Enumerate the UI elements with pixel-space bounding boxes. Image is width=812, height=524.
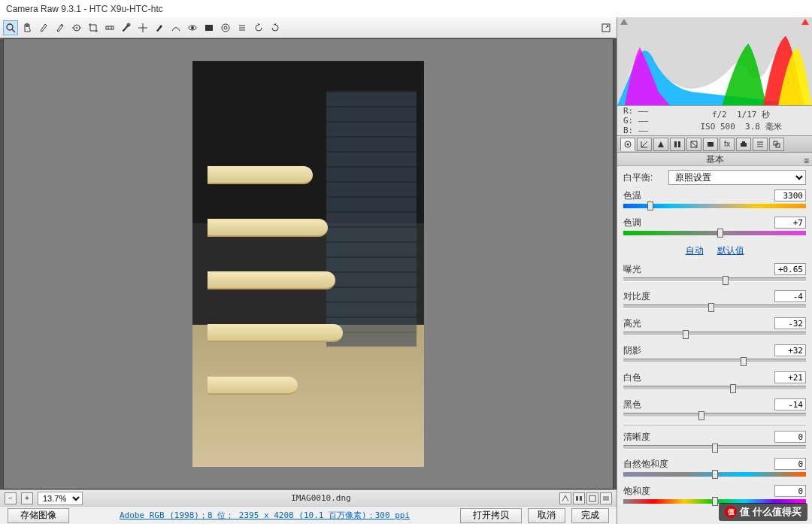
tab-camera-calibration[interactable] — [736, 138, 751, 151]
panel-menu-icon[interactable]: ≡ — [804, 154, 809, 168]
svg-rect-21 — [576, 496, 578, 501]
svg-rect-23 — [589, 495, 595, 501]
shadow-clip-icon[interactable] — [620, 19, 628, 25]
rotate-ccw-tool[interactable] — [251, 20, 266, 35]
whites-slider[interactable] — [623, 386, 806, 390]
blacks-slider[interactable] — [623, 413, 806, 417]
top-toolbar — [0, 17, 617, 38]
exposure-input[interactable] — [774, 263, 806, 275]
footer-bar: 存储图像 Adobe RGB (1998)；8 位； 2395 x 4208 (… — [0, 506, 617, 524]
compare-icon[interactable] — [573, 492, 585, 504]
clarity-input[interactable] — [774, 431, 806, 443]
white-balance-tool[interactable] — [36, 20, 51, 35]
tab-effects[interactable]: fx — [720, 138, 735, 151]
panel-header: 基本 ≡ — [617, 153, 812, 166]
radial-filter-tool[interactable] — [185, 20, 200, 35]
list-icon[interactable] — [235, 20, 250, 35]
svg-rect-35 — [742, 141, 745, 143]
vibrance-label: 自然饱和度 — [623, 458, 668, 471]
lens-icon[interactable] — [218, 20, 233, 35]
watermark: 值 值 什么值得买 — [719, 503, 807, 521]
shadows-input[interactable] — [774, 344, 806, 356]
workflow-options-link[interactable]: Adobe RGB (1998)；8 位； 2395 x 4208 (10.1 … — [120, 510, 410, 521]
highlights-slider[interactable] — [623, 332, 806, 336]
saturation-input[interactable] — [774, 485, 806, 497]
straighten-tool[interactable] — [102, 20, 117, 35]
save-image-button[interactable]: 存储图像 — [8, 508, 69, 523]
tab-snapshots[interactable] — [769, 138, 784, 151]
blacks-label: 黑色 — [623, 398, 641, 411]
done-button[interactable]: 完成 — [571, 508, 609, 523]
rgb-readout: R: —— G: —— B: —— f/2 1/17 秒 ISO 500 3.8… — [617, 106, 812, 136]
spot-removal-tool[interactable] — [119, 20, 134, 35]
tab-tone-curve[interactable] — [637, 138, 652, 151]
temperature-slider[interactable] — [623, 204, 806, 208]
window-titlebar: Camera Raw 9.3.1 - HTC X9u-HTC-htc — [0, 0, 812, 17]
svg-rect-6 — [106, 26, 114, 29]
white-balance-select[interactable]: 原照设置 — [668, 170, 806, 185]
tab-basic[interactable] — [620, 138, 635, 151]
svg-line-1 — [12, 29, 15, 32]
shadows-slider[interactable] — [623, 359, 806, 363]
tint-slider[interactable] — [623, 231, 806, 235]
preview-image — [192, 61, 424, 467]
histogram[interactable] — [617, 17, 812, 106]
targeted-adjustment-tool[interactable] — [69, 20, 84, 35]
clarity-slider[interactable] — [623, 445, 806, 450]
image-canvas[interactable] — [3, 38, 614, 489]
svg-point-0 — [7, 24, 13, 30]
settings-icon[interactable] — [600, 492, 612, 504]
svg-point-3 — [76, 27, 77, 29]
svg-rect-30 — [678, 141, 680, 147]
filename-label: IMAG0010.dng — [87, 493, 555, 503]
fullscreen-button[interactable] — [598, 20, 614, 35]
highlight-clip-icon[interactable] — [559, 492, 571, 504]
tab-split-toning[interactable] — [686, 138, 701, 151]
canvas-status-bar: − + 13.7% IMAG0010.dng — [0, 489, 617, 506]
svg-point-28 — [627, 143, 629, 145]
svg-rect-14 — [205, 25, 213, 31]
zoom-tool[interactable] — [3, 20, 18, 35]
temperature-label: 色温 — [623, 189, 641, 202]
crop-tool[interactable] — [86, 20, 101, 35]
vibrance-input[interactable] — [774, 458, 806, 470]
tab-lens-corrections[interactable] — [703, 138, 718, 151]
highlights-label: 高光 — [623, 317, 641, 330]
swap-icon[interactable] — [586, 492, 598, 504]
preview-icon[interactable] — [201, 20, 217, 35]
clarity-label: 清晰度 — [623, 431, 650, 444]
zoom-in-button[interactable]: + — [21, 492, 33, 504]
svg-point-13 — [191, 26, 194, 29]
cancel-button[interactable]: 取消 — [528, 508, 565, 523]
tint-input[interactable] — [774, 217, 806, 229]
highlights-input[interactable] — [774, 317, 806, 329]
tab-hsl[interactable] — [670, 138, 685, 151]
vibrance-slider[interactable] — [623, 472, 806, 477]
auto-link[interactable]: 自动 — [686, 244, 704, 257]
zoom-out-button[interactable]: − — [5, 492, 17, 504]
temperature-input[interactable] — [774, 189, 806, 201]
rotate-cw-tool[interactable] — [268, 20, 283, 35]
adjustment-brush-tool[interactable] — [152, 20, 167, 35]
svg-point-16 — [224, 26, 227, 29]
blacks-input[interactable] — [774, 398, 806, 410]
contrast-slider[interactable] — [623, 304, 806, 309]
whites-input[interactable] — [774, 371, 806, 383]
red-eye-tool[interactable] — [135, 20, 150, 35]
zoom-level-select[interactable]: 13.7% — [38, 492, 83, 505]
graduated-filter-tool[interactable] — [168, 20, 183, 35]
hand-tool[interactable] — [20, 20, 35, 35]
default-link[interactable]: 默认值 — [717, 244, 744, 257]
exposure-slider[interactable] — [623, 277, 806, 282]
exposure-label: 曝光 — [623, 263, 641, 276]
tab-detail[interactable] — [653, 138, 668, 151]
svg-rect-22 — [580, 496, 582, 501]
open-copy-button[interactable]: 打开拷贝 — [460, 508, 522, 523]
window-title: Camera Raw 9.3.1 - HTC X9u-HTC-htc — [6, 4, 163, 14]
svg-rect-34 — [741, 143, 747, 147]
tab-presets[interactable] — [753, 138, 768, 151]
contrast-input[interactable] — [774, 290, 806, 302]
panel-tabs: fx — [617, 136, 812, 153]
color-sampler-tool[interactable] — [53, 20, 68, 35]
highlight-clip-warning-icon[interactable] — [801, 19, 809, 25]
